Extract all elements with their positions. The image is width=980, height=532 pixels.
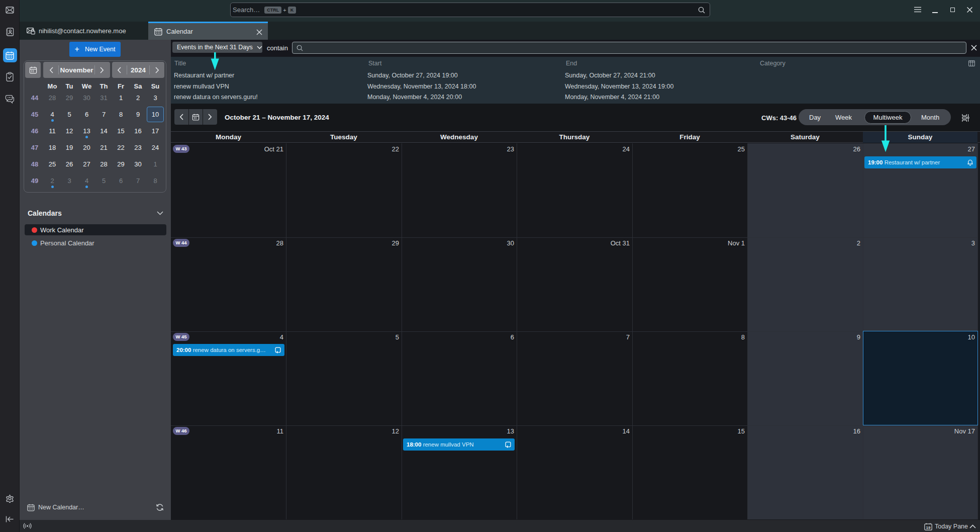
- svg-text:19: 19: [926, 525, 931, 530]
